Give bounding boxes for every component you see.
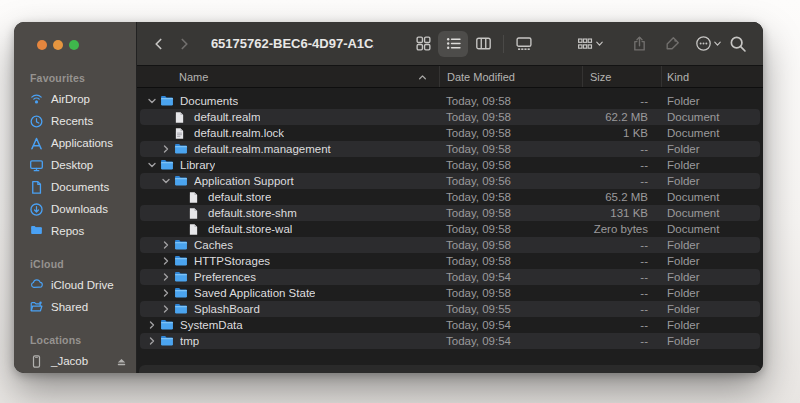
file-name: HTTPStorages: [194, 255, 270, 267]
name-cell: default.realm.management: [140, 142, 440, 156]
disclosure-closed-icon[interactable]: [160, 143, 172, 155]
recents-icon: [29, 114, 44, 129]
table-row[interactable]: LibraryToday, 09:58--Folder: [140, 157, 760, 173]
table-row[interactable]: default.storeToday, 09:5865.2 MBDocument: [140, 189, 760, 205]
main-area: 65175762-BEC6-4D97-A1CA-... Name Date Mo…: [137, 22, 763, 373]
grid-view-button[interactable]: [408, 31, 438, 57]
table-row[interactable]: Saved Application StateToday, 09:58--Fol…: [140, 285, 760, 301]
disclosure-closed-icon[interactable]: [160, 255, 172, 267]
finder-window: FavouritesAirDropRecentsApplicationsDesk…: [14, 22, 763, 373]
kind-cell: Folder: [662, 303, 760, 315]
group-button[interactable]: [573, 31, 608, 57]
forward-button[interactable]: [174, 31, 195, 57]
sidebar-item-applications[interactable]: Applications: [14, 132, 136, 154]
disclosure-closed-icon[interactable]: [160, 287, 172, 299]
back-button[interactable]: [149, 31, 170, 57]
size-cell: --: [583, 287, 662, 299]
table-row[interactable]: default.store-shmToday, 09:58131 KBDocum…: [140, 205, 760, 221]
sidebar-item-label: Applications: [51, 137, 113, 149]
list-view-button[interactable]: [438, 31, 468, 57]
column-header-kind[interactable]: Kind: [662, 66, 763, 87]
table-row[interactable]: default.store-walToday, 09:58Zero bytesD…: [140, 221, 760, 237]
table-row[interactable]: SplashBoardToday, 09:55--Folder: [140, 301, 760, 317]
table-row[interactable]: default.realmToday, 09:5862.2 MBDocument: [140, 109, 760, 125]
zoom-button[interactable]: [69, 40, 79, 50]
column-view-button[interactable]: [468, 31, 498, 57]
file-name: default.realm: [194, 111, 260, 123]
sidebar-item-desktop[interactable]: Desktop: [14, 154, 136, 176]
table-row[interactable]: tmpToday, 09:54--Folder: [140, 333, 760, 349]
sidebar-item-downloads[interactable]: Downloads: [14, 198, 136, 220]
table-row[interactable]: default.realm.lockToday, 09:581 KBDocume…: [140, 125, 760, 141]
name-cell: SplashBoard: [140, 302, 440, 316]
kind-cell: Folder: [662, 271, 760, 283]
size-cell: --: [583, 175, 662, 187]
disclosure-closed-icon[interactable]: [160, 239, 172, 251]
kind-cell: Folder: [662, 95, 760, 107]
sidebar-item-repos[interactable]: Repos: [14, 220, 136, 242]
disclosure-closed-icon[interactable]: [160, 303, 172, 315]
file-name: Application Support: [194, 175, 294, 187]
footer-strip: [139, 365, 761, 373]
date-modified-cell: Today, 09:58: [440, 255, 583, 267]
column-header-name[interactable]: Name: [137, 66, 440, 87]
table-row[interactable]: DocumentsToday, 09:58--Folder: [140, 93, 760, 109]
name-cell: Documents: [140, 94, 440, 108]
sidebar-section: Locations_Jacob: [14, 328, 136, 372]
column-header-date-label: Date Modified: [447, 71, 515, 83]
kind-cell: Folder: [662, 239, 760, 251]
disclosure-open-icon[interactable]: [146, 95, 158, 107]
sidebar-item-label: Repos: [51, 225, 84, 237]
date-modified-cell: Today, 09:58: [440, 95, 583, 107]
kind-cell: Folder: [662, 255, 760, 267]
more-options-button[interactable]: [691, 31, 726, 57]
date-modified-cell: Today, 09:58: [440, 127, 583, 139]
table-row[interactable]: Application SupportToday, 09:56--Folder: [140, 173, 760, 189]
search-button[interactable]: [726, 31, 749, 57]
table-row[interactable]: CachesToday, 09:58--Folder: [140, 237, 760, 253]
share-button[interactable]: [628, 31, 651, 57]
kind-cell: Document: [662, 127, 760, 139]
close-button[interactable]: [37, 40, 47, 50]
table-row[interactable]: default.realm.managementToday, 09:58--Fo…: [140, 141, 760, 157]
toolbar-divider: [503, 35, 504, 53]
disclosure-open-icon[interactable]: [146, 159, 158, 171]
folder-icon: [173, 174, 189, 188]
size-cell: --: [583, 303, 662, 315]
sidebar-item-documents[interactable]: Documents: [14, 176, 136, 198]
disclosure-closed-icon[interactable]: [146, 319, 158, 331]
column-header-size[interactable]: Size: [583, 66, 662, 87]
file-name: Documents: [180, 95, 238, 107]
table-row[interactable]: PreferencesToday, 09:54--Folder: [140, 269, 760, 285]
column-header-date-modified[interactable]: Date Modified: [440, 66, 583, 87]
kind-cell: Folder: [662, 287, 760, 299]
tag-button[interactable]: [661, 31, 684, 57]
kind-cell: Document: [662, 207, 760, 219]
name-cell: HTTPStorages: [140, 254, 440, 268]
disclosure-closed-icon[interactable]: [146, 335, 158, 347]
gallery-view-button[interactable]: [509, 31, 539, 57]
column-header-name-label: Name: [179, 71, 208, 83]
name-cell: SystemData: [140, 318, 440, 332]
table-row[interactable]: SystemDataToday, 09:54--Folder: [140, 317, 760, 333]
file-name: default.store-wal: [208, 223, 292, 235]
date-modified-cell: Today, 09:55: [440, 303, 583, 315]
eject-icon[interactable]: [115, 355, 128, 368]
size-cell: 65.2 MB: [583, 191, 662, 203]
minimize-button[interactable]: [53, 40, 63, 50]
sidebar-item-label: Documents: [51, 181, 109, 193]
sidebar-item-icloud-drive[interactable]: iCloud Drive: [14, 274, 136, 296]
folder-icon: [173, 286, 189, 300]
sidebar: FavouritesAirDropRecentsApplicationsDesk…: [14, 22, 137, 373]
sidebar-item-shared[interactable]: Shared: [14, 296, 136, 318]
folder-icon: [173, 238, 189, 252]
sidebar-item-recents[interactable]: Recents: [14, 110, 136, 132]
traffic-lights: [37, 40, 79, 50]
size-cell: --: [583, 143, 662, 155]
table-row[interactable]: HTTPStoragesToday, 09:58--Folder: [140, 253, 760, 269]
name-cell: default.store: [140, 190, 440, 204]
sidebar-item-airdrop[interactable]: AirDrop: [14, 88, 136, 110]
disclosure-closed-icon[interactable]: [160, 271, 172, 283]
disclosure-open-icon[interactable]: [160, 175, 172, 187]
sidebar-item--jacob[interactable]: _Jacob: [14, 350, 136, 372]
